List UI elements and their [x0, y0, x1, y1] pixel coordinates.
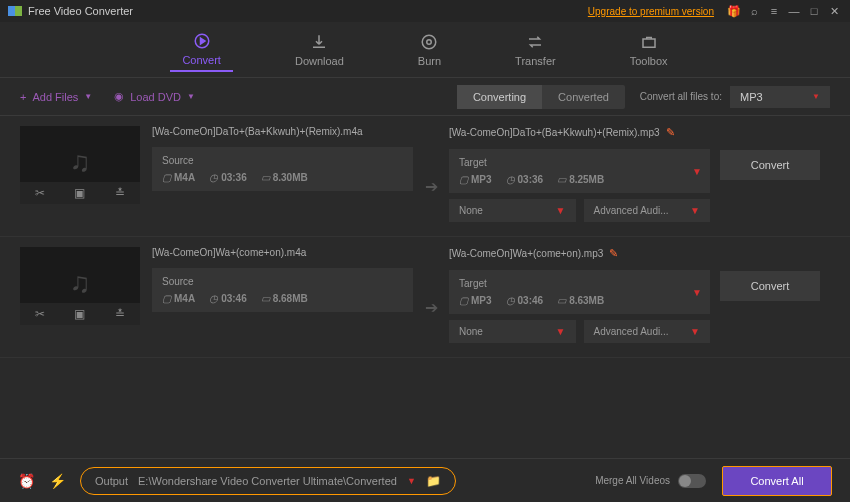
search-icon[interactable]: ⌕	[746, 3, 762, 19]
subtitle-select[interactable]: None▼	[449, 320, 576, 343]
source-size: 8.30MB	[273, 172, 308, 183]
source-label: Source	[162, 155, 403, 166]
maximize-icon[interactable]: □	[806, 3, 822, 19]
audio-select[interactable]: Advanced Audi...▼	[584, 320, 711, 343]
target-panel[interactable]: Target ▢MP3 ◷03:36 ▭8.25MB ▼	[449, 149, 710, 193]
source-column: [Wa-ComeOn]Wa+(come+on).m4a Source ▢M4A …	[152, 247, 413, 343]
chevron-down-icon[interactable]: ▼	[407, 476, 416, 486]
chevron-down-icon: ▼	[84, 92, 92, 101]
target-filename: [Wa-ComeOn]DaTo+(Ba+Kkwuh)+(Remix).mp3	[449, 127, 660, 138]
nav-convert[interactable]: Convert	[170, 28, 233, 72]
minimize-icon[interactable]: —	[786, 3, 802, 19]
source-duration: 03:46	[221, 293, 247, 304]
source-duration: 03:36	[221, 172, 247, 183]
target-size: 8.63MB	[569, 295, 604, 306]
subtitle-select[interactable]: None▼	[449, 199, 576, 222]
clock-icon: ◷	[209, 293, 218, 304]
clock-icon: ◷	[209, 172, 218, 183]
source-column: [Wa-ComeOn]DaTo+(Ba+Kkwuh)+(Remix).m4a S…	[152, 126, 413, 222]
file-row: ♫ ✂ ▣ ≛ [Wa-ComeOn]DaTo+(Ba+Kkwuh)+(Remi…	[0, 116, 850, 237]
target-options: None▼ Advanced Audi...▼	[449, 320, 710, 343]
output-path: E:\Wondershare Video Converter Ultimate\…	[138, 475, 397, 487]
target-filename: [Wa-ComeOn]Wa+(come+on).mp3	[449, 248, 603, 259]
arrow-icon: ➔	[413, 247, 449, 343]
folder-open-icon[interactable]: 📁	[426, 474, 441, 488]
close-icon[interactable]: ✕	[826, 3, 842, 19]
file-icon: ▢	[162, 172, 171, 183]
clock-icon: ◷	[506, 295, 515, 306]
folder-icon: ▭	[557, 295, 566, 306]
plus-icon: +	[20, 91, 26, 103]
transfer-icon	[526, 33, 544, 51]
upgrade-link[interactable]: Upgrade to premium version	[588, 6, 714, 17]
effects-icon[interactable]: ≛	[115, 186, 125, 200]
chevron-down-icon: ▼	[556, 205, 566, 216]
target-duration: 03:46	[518, 295, 544, 306]
convert-all-label: Convert all files to:	[640, 91, 722, 102]
svg-rect-3	[643, 39, 655, 47]
convert-button[interactable]: Convert	[720, 271, 820, 301]
file-icon: ▢	[459, 295, 468, 306]
thumbnail: ♫ ✂ ▣ ≛	[20, 126, 140, 204]
edit-icon[interactable]: ✎	[609, 247, 618, 260]
chevron-down-icon: ▼	[690, 326, 700, 337]
add-files-label: Add Files	[32, 91, 78, 103]
load-dvd-label: Load DVD	[130, 91, 181, 103]
load-dvd-button[interactable]: ◉ Load DVD ▼	[114, 90, 195, 103]
folder-icon: ▭	[261, 172, 270, 183]
chevron-down-icon: ▼	[690, 205, 700, 216]
toolbar: + Add Files ▼ ◉ Load DVD ▼ Converting Co…	[0, 78, 850, 116]
trim-icon[interactable]: ✂	[35, 186, 45, 200]
convert-all-format-select[interactable]: MP3 ▼	[730, 86, 830, 108]
chevron-down-icon: ▼	[187, 92, 195, 101]
nav-transfer[interactable]: Transfer	[503, 29, 568, 71]
arrow-icon: ➔	[413, 126, 449, 222]
tab-converting[interactable]: Converting	[457, 85, 542, 109]
svg-point-1	[423, 35, 437, 49]
disc-icon: ◉	[114, 90, 124, 103]
target-meta: ▢MP3 ◷03:36 ▭8.25MB	[459, 174, 700, 185]
target-format: MP3	[471, 295, 492, 306]
merge-toggle-group: Merge All Videos	[595, 474, 706, 488]
convert-button[interactable]: Convert	[720, 150, 820, 180]
crop-icon[interactable]: ▣	[74, 186, 85, 200]
menu-icon[interactable]: ≡	[766, 3, 782, 19]
file-icon: ▢	[459, 174, 468, 185]
target-column: [Wa-ComeOn]Wa+(come+on).mp3✎ Target ▢MP3…	[449, 247, 710, 343]
target-duration: 03:36	[518, 174, 544, 185]
nav-label: Download	[295, 55, 344, 67]
target-column: [Wa-ComeOn]DaTo+(Ba+Kkwuh)+(Remix).mp3✎ …	[449, 126, 710, 222]
crop-icon[interactable]: ▣	[74, 307, 85, 321]
target-options: None▼ Advanced Audi...▼	[449, 199, 710, 222]
chevron-down-icon[interactable]: ▼	[692, 166, 702, 177]
audio-value: Advanced Audi...	[594, 205, 669, 216]
main-nav: Convert Download Burn Transfer Toolbox	[0, 22, 850, 78]
chevron-down-icon[interactable]: ▼	[692, 287, 702, 298]
app-title: Free Video Converter	[28, 5, 588, 17]
file-icon: ▢	[162, 293, 171, 304]
source-filename: [Wa-ComeOn]DaTo+(Ba+Kkwuh)+(Remix).m4a	[152, 126, 413, 137]
add-files-button[interactable]: + Add Files ▼	[20, 91, 92, 103]
nav-download[interactable]: Download	[283, 29, 356, 71]
toolbox-icon	[640, 33, 658, 51]
effects-icon[interactable]: ≛	[115, 307, 125, 321]
convert-all-button[interactable]: Convert All	[722, 466, 832, 496]
timer-icon[interactable]: ⏰	[18, 473, 35, 489]
target-panel[interactable]: Target ▢MP3 ◷03:46 ▭8.63MB ▼	[449, 270, 710, 314]
speed-icon[interactable]: ⚡	[49, 473, 66, 489]
tab-converted[interactable]: Converted	[542, 85, 625, 109]
gift-icon[interactable]: 🎁	[726, 3, 742, 19]
nav-burn[interactable]: Burn	[406, 29, 453, 71]
nav-toolbox[interactable]: Toolbox	[618, 29, 680, 71]
audio-select[interactable]: Advanced Audi...▼	[584, 199, 711, 222]
merge-toggle[interactable]	[678, 474, 706, 488]
nav-label: Burn	[418, 55, 441, 67]
edit-icon[interactable]: ✎	[666, 126, 675, 139]
music-icon: ♫	[70, 146, 91, 178]
titlebar: Free Video Converter Upgrade to premium …	[0, 0, 850, 22]
subtitle-value: None	[459, 205, 483, 216]
source-label: Source	[162, 276, 403, 287]
trim-icon[interactable]: ✂	[35, 307, 45, 321]
action-column: Convert	[720, 247, 830, 343]
source-format: M4A	[174, 293, 195, 304]
